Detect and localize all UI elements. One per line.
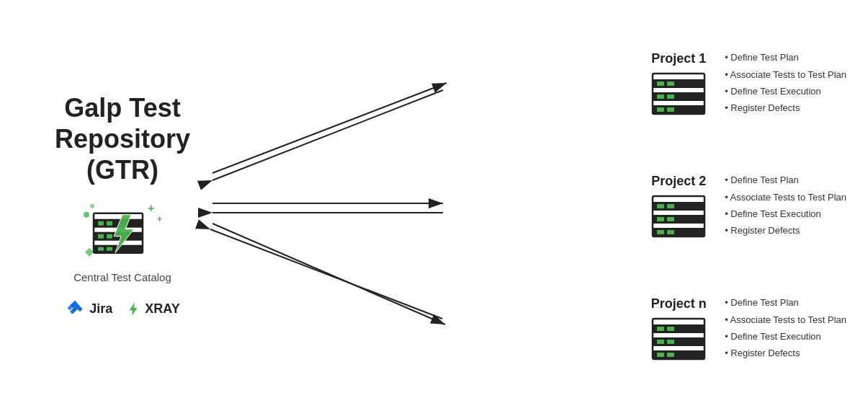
gtr-title: Galp TestRepository(GTR)	[55, 92, 190, 186]
project-row-1: Project 1 Define Test Plan Associate Tes…	[650, 49, 846, 117]
svg-marker-4	[85, 247, 94, 256]
left-section: Galp TestRepository(GTR) + +	[43, 92, 202, 319]
project-1-detail-4: Register Defects	[725, 100, 846, 116]
svg-line-27	[210, 229, 442, 319]
project-n-detail-3: Define Test Execution	[725, 328, 846, 345]
svg-rect-46	[657, 230, 664, 234]
project-n-server-icon	[650, 317, 707, 361]
svg-rect-37	[667, 107, 674, 112]
svg-text:+: +	[148, 201, 154, 213]
svg-rect-55	[667, 340, 674, 344]
svg-rect-52	[657, 327, 664, 331]
svg-rect-44	[657, 217, 664, 221]
svg-line-23	[212, 90, 443, 180]
project-2-detail-4: Register Defects	[725, 222, 846, 239]
svg-rect-32	[657, 81, 664, 86]
project-2-server-icon	[650, 195, 707, 238]
svg-rect-43	[667, 204, 674, 208]
svg-rect-36	[657, 107, 664, 112]
project-2-detail-2: Associate Tests to Test Plan	[725, 189, 846, 206]
project-n-details: Define Test Plan Associate Tests to Test…	[725, 294, 846, 362]
project-n-label: Project n	[651, 296, 707, 311]
project-1-block: Project 1	[650, 51, 707, 115]
project-n-detail-2: Associate Tests to Test Plan	[725, 311, 846, 328]
project-1-label: Project 1	[651, 51, 706, 66]
svg-point-1	[90, 203, 94, 208]
project-1-details: Define Test Plan Associate Tests to Test…	[725, 49, 846, 117]
catalog-label: Central Test Catalog	[73, 270, 171, 283]
svg-line-26	[212, 224, 445, 324]
project-2-detail-1: Define Test Plan	[725, 172, 846, 188]
project-1-detail-1: Define Test Plan	[725, 49, 846, 66]
svg-text:+: +	[157, 213, 162, 224]
svg-rect-57	[667, 353, 674, 357]
project-n-detail-1: Define Test Plan	[725, 294, 846, 311]
svg-rect-56	[657, 353, 664, 357]
xray-icon	[125, 301, 141, 317]
project-1-detail-3: Define Test Execution	[725, 83, 846, 100]
project-row-n: Project n Define Test Plan Associate Tes…	[650, 294, 846, 362]
right-section: Project 1 Define Test Plan Associate Tes…	[650, 0, 846, 411]
svg-point-0	[84, 211, 89, 217]
jira-label: Jira	[89, 301, 112, 317]
svg-rect-53	[667, 327, 674, 331]
project-2-label: Project 2	[651, 174, 706, 189]
svg-rect-14	[107, 247, 112, 250]
xray-logo: XRAY	[125, 301, 179, 317]
project-2-block: Project 2	[650, 174, 707, 238]
svg-rect-33	[667, 81, 674, 86]
project-n-block: Project n	[650, 296, 707, 361]
svg-rect-45	[667, 217, 674, 221]
project-row-2: Project 2 Define Test Plan Associate Tes…	[650, 172, 846, 239]
xray-label: XRAY	[145, 301, 179, 317]
svg-rect-42	[657, 204, 664, 208]
project-2-detail-3: Define Test Execution	[725, 206, 846, 222]
svg-rect-54	[657, 340, 664, 344]
svg-rect-11	[98, 234, 104, 238]
jira-icon	[65, 299, 85, 319]
svg-rect-47	[667, 230, 674, 234]
project-2-details: Define Test Plan Associate Tests to Test…	[725, 172, 846, 239]
svg-rect-12	[107, 234, 112, 238]
main-container: Galp TestRepository(GTR) + +	[0, 0, 868, 411]
logos-row: Jira XRAY	[65, 299, 179, 319]
jira-logo: Jira	[65, 299, 112, 319]
svg-rect-35	[667, 94, 674, 99]
gtr-server-icon: + +	[79, 200, 166, 265]
svg-rect-10	[107, 221, 112, 225]
svg-rect-9	[98, 221, 104, 225]
project-n-detail-4: Register Defects	[725, 345, 846, 361]
project-1-server-icon	[650, 72, 707, 115]
svg-rect-34	[657, 94, 664, 99]
svg-line-22	[212, 83, 447, 173]
svg-marker-17	[130, 302, 138, 315]
project-1-detail-2: Associate Tests to Test Plan	[725, 66, 846, 83]
svg-rect-13	[98, 247, 104, 250]
